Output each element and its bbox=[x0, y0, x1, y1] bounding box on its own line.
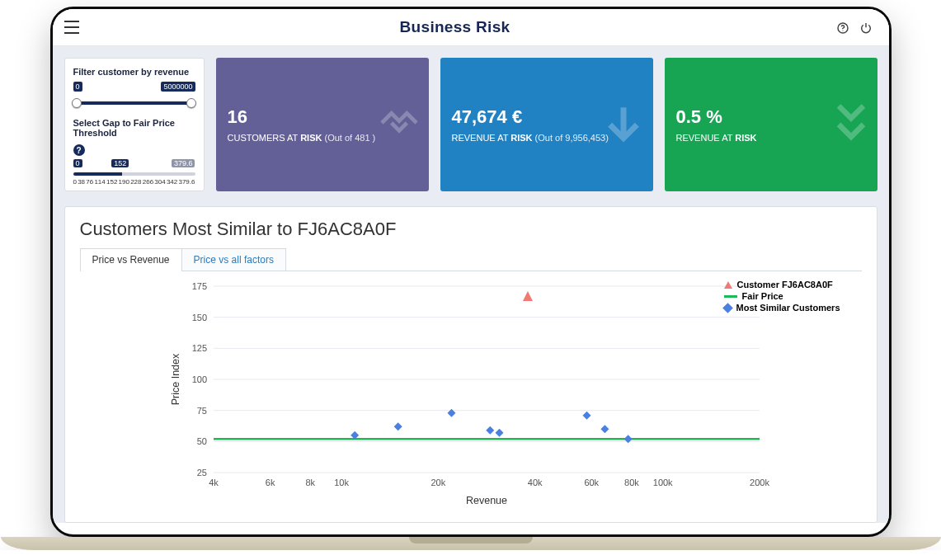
kpi-revenue: 47,674 € REVENUE AT RISK (Out of 9,956,4… bbox=[440, 58, 653, 191]
svg-marker-33 bbox=[486, 426, 494, 435]
svg-marker-36 bbox=[600, 425, 609, 433]
revenue-slider-max-handle[interactable] bbox=[186, 98, 196, 108]
svg-point-1 bbox=[842, 31, 843, 31]
kpi-pct-labelB: RISK bbox=[735, 133, 756, 143]
kpi-revenue-labelC: (Out of 9,956,453) bbox=[535, 133, 609, 143]
double-chevron-down-icon bbox=[831, 100, 871, 149]
help-button[interactable] bbox=[831, 20, 854, 35]
power-button[interactable] bbox=[854, 20, 877, 35]
svg-text:175: 175 bbox=[191, 281, 206, 291]
titlebar: Business Risk bbox=[53, 9, 889, 46]
svg-marker-35 bbox=[582, 412, 590, 420]
svg-text:8k: 8k bbox=[305, 478, 315, 487]
svg-marker-29 bbox=[522, 291, 532, 301]
kpi-revenue-labelB: RISK bbox=[510, 133, 532, 143]
kpi-customers-labelC: (Out of 481 ) bbox=[324, 133, 375, 143]
menu-icon[interactable] bbox=[64, 21, 79, 34]
svg-marker-34 bbox=[495, 429, 503, 437]
filter-revenue-label: Filter customer by revenue bbox=[73, 67, 195, 77]
svg-text:20k: 20k bbox=[431, 478, 445, 487]
gap-slider-ticks: 03876114152190228266304342379.6 bbox=[73, 178, 195, 186]
kpi-customers-labelB: RISK bbox=[300, 133, 322, 143]
svg-text:100: 100 bbox=[191, 374, 206, 384]
page-title: Business Risk bbox=[79, 18, 831, 36]
svg-marker-31 bbox=[393, 422, 402, 431]
chart-panel: Customers Most Similar to FJ6AC8A0F Pric… bbox=[64, 206, 877, 523]
revenue-max-badge: 5000000 bbox=[161, 82, 195, 92]
panel-title: Customers Most Similar to FJ6AC8A0F bbox=[80, 219, 862, 240]
handshake-icon bbox=[376, 100, 422, 149]
kpi-revenue-labelA: REVENUE AT bbox=[452, 133, 509, 143]
legend-diamond-icon bbox=[722, 303, 733, 313]
help-icon bbox=[836, 21, 849, 35]
svg-text:Revenue: Revenue bbox=[465, 495, 506, 506]
legend-similar: Most Similar Customers bbox=[736, 303, 840, 313]
filters-card: Filter customer by revenue 0 5000000 Sel… bbox=[64, 58, 205, 191]
revenue-min-badge: 0 bbox=[73, 82, 82, 92]
svg-text:25: 25 bbox=[196, 468, 206, 478]
svg-text:150: 150 bbox=[191, 313, 206, 322]
gap-max-badge: 379.6 bbox=[172, 159, 195, 167]
svg-text:Price Index: Price Index bbox=[170, 353, 181, 405]
tab-price-vs-factors[interactable]: Price vs all factors bbox=[182, 248, 286, 271]
filter-gap-label: Select Gap to Fair Price Threshold bbox=[73, 118, 195, 138]
arrow-down-icon bbox=[600, 100, 647, 149]
svg-text:6k: 6k bbox=[265, 478, 275, 487]
chart-legend: Customer FJ6AC8A0F Fair Price Most Simil… bbox=[724, 280, 840, 314]
legend-fair: Fair Price bbox=[742, 291, 783, 301]
gap-min-badge: 0 bbox=[73, 159, 82, 167]
svg-text:4k: 4k bbox=[209, 478, 219, 487]
legend-triangle-icon bbox=[724, 281, 732, 289]
svg-text:10k: 10k bbox=[334, 478, 349, 487]
svg-text:75: 75 bbox=[196, 406, 206, 416]
svg-text:50: 50 bbox=[196, 436, 206, 446]
legend-line-icon bbox=[724, 295, 737, 298]
revenue-slider-min-handle[interactable] bbox=[72, 98, 82, 108]
svg-text:40k: 40k bbox=[527, 478, 542, 487]
svg-text:100k: 100k bbox=[652, 478, 672, 487]
gap-slider[interactable] bbox=[73, 172, 195, 176]
revenue-slider[interactable] bbox=[73, 101, 195, 105]
svg-text:125: 125 bbox=[191, 343, 206, 353]
power-icon bbox=[859, 21, 873, 35]
kpi-customers: 16 CUSTOMERS AT RISK (Out of 481 ) bbox=[216, 58, 429, 191]
svg-text:200k: 200k bbox=[750, 478, 769, 487]
kpi-pct-labelA: REVENUE AT bbox=[676, 133, 733, 143]
gap-help-icon[interactable]: ? bbox=[73, 144, 85, 156]
svg-text:60k: 60k bbox=[584, 478, 599, 487]
kpi-customers-labelA: CUSTOMERS AT bbox=[228, 133, 299, 143]
svg-text:80k: 80k bbox=[624, 478, 639, 487]
gap-current-badge: 152 bbox=[111, 159, 129, 167]
tab-price-vs-revenue[interactable]: Price vs Revenue bbox=[80, 248, 182, 271]
kpi-pct: 0.5 % REVENUE AT RISK bbox=[665, 58, 877, 191]
legend-customer: Customer FJ6AC8A0F bbox=[737, 280, 833, 289]
